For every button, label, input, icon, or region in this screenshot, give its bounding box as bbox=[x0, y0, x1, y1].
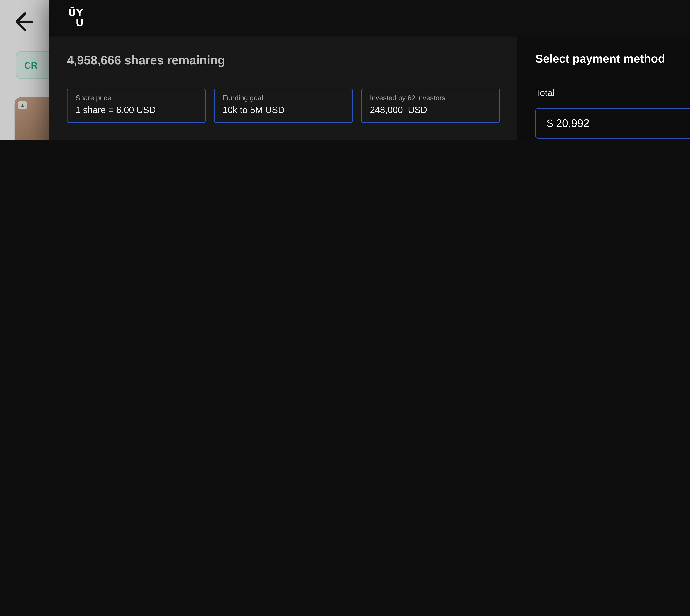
modal-topbar: ŪY U Save bbox=[49, 0, 690, 37]
card-cover-image: ▲ bbox=[15, 97, 49, 140]
share-price-value: 1 share = 6.00 USD bbox=[76, 105, 197, 115]
background-page-left: CR ▲ 248,8 The pla Valua D a The on t 83… bbox=[0, 0, 49, 140]
funding-goal-label: Funding goal bbox=[223, 94, 344, 102]
invested-box: Invested by 62 investors 248,000 USD bbox=[361, 89, 500, 123]
nyyu-logo-icon: ŪY U bbox=[67, 5, 90, 31]
shares-remaining-title: 4,958,666 shares remaining bbox=[67, 53, 225, 67]
share-price-box: Share price 1 share = 6.00 USD bbox=[67, 89, 206, 123]
offering-panel: 4,958,666 shares remaining Share price 1… bbox=[49, 37, 517, 140]
mountain-icon: ▲ bbox=[18, 101, 27, 109]
svg-text:U: U bbox=[76, 17, 84, 28]
background-card-1: ▲ 248,8 The pla Valua bbox=[15, 97, 49, 140]
offering-stats: Share price 1 share = 6.00 USD Funding g… bbox=[67, 89, 500, 123]
share-price-label: Share price bbox=[76, 94, 197, 102]
back-arrow-icon bbox=[8, 28, 37, 38]
screen: CR ▲ 248,8 The pla Valua D a The on t 83… bbox=[0, 0, 690, 140]
funding-goal-value: 10k to 5M USD bbox=[223, 105, 344, 115]
payment-panel: Select payment method Total $ 20,992 USD bbox=[517, 37, 690, 140]
payment-total-label: Total bbox=[535, 88, 555, 98]
invested-label: Invested by 62 investors bbox=[370, 94, 492, 102]
payment-title: Select payment method bbox=[535, 52, 665, 66]
payment-total-input[interactable]: $ 20,992 USD bbox=[535, 108, 690, 138]
svg-text:ŪY: ŪY bbox=[68, 7, 83, 18]
back-button[interactable] bbox=[8, 8, 37, 36]
invested-value: 248,000 USD bbox=[370, 105, 492, 115]
funding-goal-box: Funding goal 10k to 5M USD bbox=[214, 89, 353, 123]
payment-total-value: $ 20,992 bbox=[547, 117, 589, 130]
invest-modal: ŪY U Save bbox=[49, 0, 690, 140]
category-chip-cr: CR bbox=[16, 51, 49, 79]
